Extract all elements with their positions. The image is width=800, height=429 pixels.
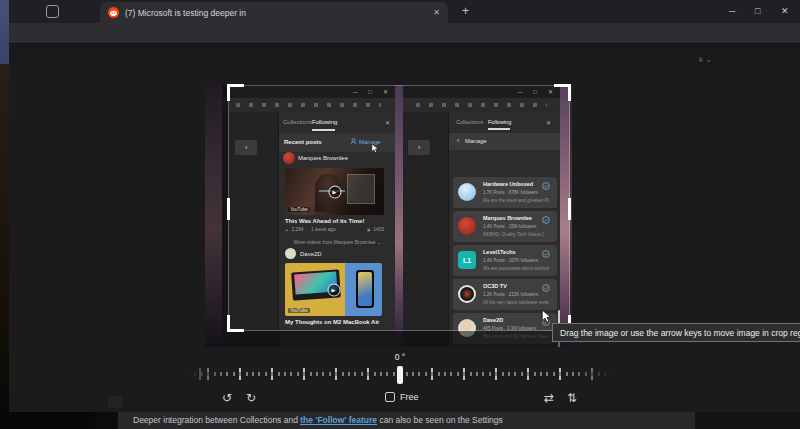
desktop-sliver-bottom — [0, 64, 9, 412]
window-maximize-icon[interactable]: □ — [755, 6, 760, 16]
crop-frame[interactable] — [228, 85, 570, 331]
footer-content: Deeper integration between Collections a… — [118, 412, 695, 429]
page-behind-pre: Deeper integration between Collections a… — [133, 415, 300, 425]
rotation-handle[interactable] — [397, 366, 403, 384]
flip-horizontal-icon[interactable]: ⇄ — [544, 392, 554, 404]
page-behind-text: Deeper integration between Collections a… — [133, 412, 503, 429]
page-behind-strip: Deeper integration between Collections a… — [0, 412, 800, 429]
aspect-ratio-button[interactable]: Free — [385, 392, 419, 402]
rotate-left-icon[interactable]: ↺ — [222, 392, 232, 404]
desktop-sliver-top — [0, 0, 9, 64]
crop-handle-right[interactable] — [568, 198, 571, 220]
editor-canvas: k ⌄ ─ □ ✕ › Collections Fol — [0, 64, 800, 412]
mouse-cursor-icon — [541, 309, 552, 324]
window-minimize-icon[interactable]: ─ — [729, 6, 735, 16]
crop-dim-left — [205, 85, 228, 347]
rotate-right-icon[interactable]: ↻ — [246, 392, 256, 404]
tab-close-icon[interactable]: ✕ — [433, 8, 440, 17]
rotation-ruler[interactable] — [188, 366, 612, 384]
aspect-ratio-icon — [385, 392, 395, 402]
page-behind-link[interactable]: the 'Follow' feature — [300, 415, 377, 425]
rotation-angle-label: 0 ° — [0, 352, 800, 362]
tab-actions-icon[interactable] — [46, 5, 59, 18]
footer-dark-right — [695, 412, 800, 429]
window-close-icon[interactable]: ✕ — [781, 6, 789, 16]
window-titlebar: (7) Microsoft is testing deeper in ✕ + ─… — [0, 0, 800, 23]
tab-title: (7) Microsoft is testing deeper in — [125, 8, 246, 18]
crop-handle-bottom-left[interactable] — [227, 315, 244, 332]
crop-tooltip: Drag the image or use the arrow keys to … — [552, 323, 800, 342]
crop-dim-bottom — [228, 331, 570, 347]
reddit-favicon-icon — [108, 7, 119, 18]
page-behind-peek: k ⌄ — [699, 55, 712, 64]
crop-handle-left[interactable] — [227, 198, 230, 220]
flip-vertical-icon[interactable]: ⇅ — [567, 392, 577, 404]
new-tab-button[interactable]: + — [462, 4, 469, 18]
footer-dark-left — [0, 412, 95, 429]
editor-toolbar: Save ⌄ │ ↺ Reset ↶ ↷ Crop Adjustment Fil… — [0, 44, 800, 64]
aspect-ratio-label: Free — [400, 392, 419, 402]
crop-handle-top-right[interactable] — [554, 84, 571, 101]
page-behind-post: can also be seen on the Settings — [377, 415, 503, 425]
browser-tab[interactable]: (7) Microsoft is testing deeper in ✕ — [100, 2, 448, 23]
page-behind-icon — [108, 396, 122, 408]
address-bar: ← → ↻ ⌂ https://www.reddit.com/r/Microso… — [0, 23, 800, 44]
screen: (7) Microsoft is testing deeper in ✕ + ─… — [0, 0, 800, 429]
crop-handle-top-left[interactable] — [227, 84, 244, 101]
